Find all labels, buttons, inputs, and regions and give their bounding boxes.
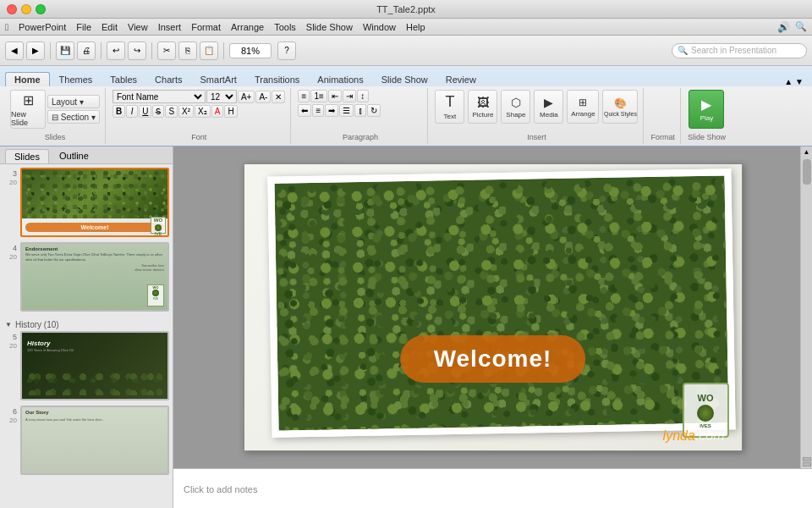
search-icon: 🔍 xyxy=(795,21,807,32)
menu-format[interactable]: Format xyxy=(191,22,221,32)
menu-view[interactable]: View xyxy=(128,22,148,32)
tab-themes[interactable]: Themes xyxy=(51,73,102,86)
layout-button[interactable]: Layout ▾ xyxy=(47,95,100,108)
list-item[interactable]: 3 20 Welcome! WO IVE xyxy=(3,168,169,237)
shape-button[interactable]: ⬡ Shape xyxy=(501,90,530,124)
logo-olive-icon xyxy=(697,405,714,422)
menu-insert[interactable]: Insert xyxy=(158,22,182,32)
window-controls[interactable] xyxy=(7,4,46,14)
forward-btn[interactable]: ▶ xyxy=(26,41,45,60)
increase-indent[interactable]: ⇥ xyxy=(343,90,356,102)
play-button[interactable]: ▶ Play xyxy=(689,90,724,129)
minimize-button[interactable] xyxy=(21,4,31,14)
scroll-up-btn[interactable]: ▲ xyxy=(802,146,812,157)
font-group-label: Font xyxy=(191,133,206,142)
insert-btns: T Text 🖼 Picture ⬡ Shape xyxy=(435,90,638,124)
strikethrough-button[interactable]: S̶ xyxy=(152,105,164,118)
slide-thumbnail-4[interactable]: Endorsement We serve only Two Trees Extr… xyxy=(20,242,169,312)
italic-button[interactable]: I xyxy=(126,105,138,118)
decrease-indent[interactable]: ⇤ xyxy=(328,90,342,102)
redo-btn[interactable]: ↪ xyxy=(128,41,146,60)
superscript-button[interactable]: X² xyxy=(178,105,194,118)
justify[interactable]: ☰ xyxy=(339,104,354,117)
main-slide[interactable]: Welcome! WO IVES lynda.com xyxy=(244,163,743,451)
tab-smartart[interactable]: SmartArt xyxy=(192,73,245,86)
menu-file[interactable]: File xyxy=(76,22,91,32)
new-slide-button[interactable]: ⊞ New Slide xyxy=(10,90,46,129)
tab-outline[interactable]: Outline xyxy=(51,149,97,163)
ribbon-expand[interactable]: ▲ xyxy=(784,77,793,86)
slide-thumbnail-6[interactable]: Our Story A story about how you and Yak … xyxy=(20,406,169,475)
tab-review[interactable]: Review xyxy=(437,73,485,86)
paste-btn[interactable]: 📋 xyxy=(200,41,218,60)
menu-help[interactable]: Help xyxy=(406,22,425,32)
font-size-select[interactable]: 12 xyxy=(206,90,237,103)
tab-transitions[interactable]: Transitions xyxy=(246,73,308,86)
tab-home[interactable]: Home xyxy=(5,72,50,86)
bold-button[interactable]: B xyxy=(112,105,125,118)
vertical-scrollbar[interactable]: ▲ xyxy=(800,146,812,468)
section-button[interactable]: ⊟ Section ▾ xyxy=(47,110,100,124)
maximize-button[interactable] xyxy=(36,4,46,14)
slide-panel: Slides Outline 3 20 Welcome! xyxy=(0,146,173,508)
section-label-text: History (10) xyxy=(15,320,59,329)
bullet-list[interactable]: ≡ xyxy=(298,90,310,102)
slide-thumbnail-5[interactable]: History 100 Years of Amazing Olive Oil xyxy=(20,331,169,400)
scroll-down-btn[interactable] xyxy=(801,456,813,468)
section-header-history[interactable]: ▼ History (10) xyxy=(3,317,169,331)
list-item[interactable]: 5 20 History 100 Years of Amazing Olive … xyxy=(3,331,169,400)
list-item[interactable]: 6 20 Our Story A story about how you and… xyxy=(3,406,169,475)
line-spacing[interactable]: ↕ xyxy=(357,90,369,102)
cut-btn[interactable]: ✂ xyxy=(157,41,176,60)
menu-powerpoint[interactable]: PowerPoint xyxy=(19,22,66,32)
menu-edit[interactable]: Edit xyxy=(102,22,118,32)
text-direction[interactable]: ↻ xyxy=(367,104,381,117)
text-button[interactable]: T Text xyxy=(435,90,464,124)
menu-apple[interactable]:  xyxy=(5,22,8,32)
font-family-select[interactable]: Font Name xyxy=(112,90,206,103)
tab-slides[interactable]: Slides xyxy=(5,149,49,163)
underline-button[interactable]: U xyxy=(139,105,151,118)
font-decrease[interactable]: A- xyxy=(255,91,271,103)
shadow-button[interactable]: S xyxy=(165,105,178,118)
media-button[interactable]: ▶ Media xyxy=(534,90,563,124)
copy-btn[interactable]: ⎘ xyxy=(178,41,197,60)
scroll-thumb[interactable] xyxy=(803,159,811,185)
font-color[interactable]: A xyxy=(211,105,224,118)
align-left[interactable]: ⬅ xyxy=(298,104,311,117)
slide-thumbnail-3[interactable]: Welcome! WO IVE xyxy=(20,168,169,237)
font-increase[interactable]: A+ xyxy=(238,91,255,103)
menu-slideshow[interactable]: Slide Show xyxy=(306,22,353,32)
slide-canvas[interactable]: Welcome! WO IVES lynda.com xyxy=(173,146,812,468)
undo-btn[interactable]: ↩ xyxy=(107,41,125,60)
menu-window[interactable]: Window xyxy=(363,22,396,32)
menu-tools[interactable]: Tools xyxy=(274,22,296,32)
text-highlight[interactable]: H xyxy=(224,105,237,118)
save-btn[interactable]: 💾 xyxy=(56,41,74,60)
search-bar[interactable]: 🔍 Search in Presentation xyxy=(672,43,807,58)
clear-format[interactable]: ✕ xyxy=(272,91,285,103)
tab-slideshow[interactable]: Slide Show xyxy=(373,73,436,86)
close-button[interactable] xyxy=(7,4,17,14)
text-icon: T xyxy=(445,93,454,111)
align-right[interactable]: ➡ xyxy=(325,104,338,117)
welcome-badge[interactable]: Welcome! xyxy=(400,335,586,383)
notes-area[interactable]: Click to add notes xyxy=(173,468,812,508)
arrange-button[interactable]: ⊞ Arrange xyxy=(567,90,599,124)
quick-styles-button[interactable]: 🎨 Quick Styles xyxy=(602,90,638,124)
print-btn[interactable]: 🖨 xyxy=(77,41,96,60)
columns[interactable]: ⫿ xyxy=(354,104,366,117)
menu-arrange[interactable]: Arrange xyxy=(231,22,264,32)
help-btn[interactable]: ? xyxy=(277,41,296,60)
numbered-list[interactable]: 1≡ xyxy=(310,90,326,102)
zoom-box[interactable]: 81% xyxy=(229,43,272,58)
tab-tables[interactable]: Tables xyxy=(102,73,145,86)
align-center[interactable]: ≡ xyxy=(312,104,324,117)
picture-button[interactable]: 🖼 Picture xyxy=(468,90,497,124)
tab-charts[interactable]: Charts xyxy=(146,73,190,86)
back-btn[interactable]: ◀ xyxy=(5,41,24,60)
ribbon-shrink[interactable]: ▼ xyxy=(795,77,804,86)
tab-animations[interactable]: Animations xyxy=(309,73,371,86)
list-item[interactable]: 4 20 Endorsement We serve only Two Trees… xyxy=(3,242,169,312)
subscript-button[interactable]: X₂ xyxy=(195,105,211,118)
